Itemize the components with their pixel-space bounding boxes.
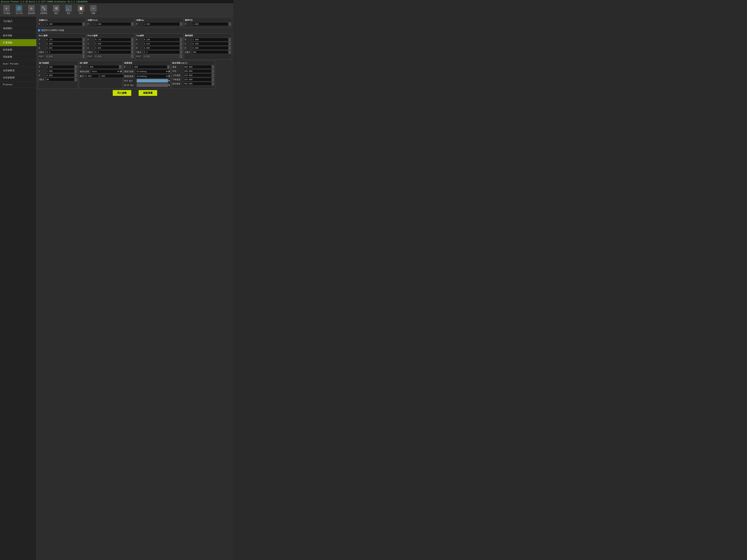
roll-rate-d-input[interactable]: [46, 46, 82, 50]
ch7-dropdown-icon[interactable]: ▼: [169, 70, 170, 73]
sidebar-item-advanced-params[interactable]: 高级参数: [0, 53, 36, 60]
ch8-dropdown-icon[interactable]: ▼: [169, 75, 170, 78]
pitch-rate-i-input[interactable]: [95, 42, 131, 46]
auto-pitch-p-input[interactable]: [95, 22, 131, 26]
preview-icon: 🖥: [53, 5, 59, 12]
roll-rate-i-up[interactable]: ▲: [83, 42, 85, 44]
yaw-rate-i-input[interactable]: [143, 42, 180, 46]
auto-roll-p-input[interactable]: [46, 22, 82, 26]
main-layout: 飞行模式 地理围栏 基本调参 扩展调参 标准参数 高级参数 User Param…: [0, 17, 233, 560]
auto-yaw-p-input[interactable]: [143, 22, 180, 26]
roll-rate-d-down[interactable]: ▼: [83, 48, 85, 50]
sidebar-item-flight-mode[interactable]: 飞行模式: [0, 18, 36, 25]
auto-yaw-p-label: P: [136, 23, 143, 25]
ch7-select[interactable]: Do Nothing: [135, 70, 169, 74]
auto-roll-p-up[interactable]: ▲: [83, 22, 85, 24]
donate-icon: ✂: [90, 5, 97, 12]
stop-pid-p-up[interactable]: ▲: [229, 22, 231, 24]
ch6-dropdown-icon[interactable]: ▼: [120, 70, 122, 73]
throttle-accel-d-input[interactable]: [46, 74, 75, 77]
stop-rate-p-input[interactable]: [192, 38, 229, 42]
sidebar-item-planner[interactable]: Planner: [0, 81, 36, 88]
stop-rate-i-input[interactable]: [192, 42, 229, 46]
yaw-rate-imax-input[interactable]: [143, 50, 180, 54]
roll-rate-panel: Roll速率 P ▲▼ I ▲▼ D: [38, 33, 86, 60]
pitch-rate-imax-input[interactable]: [95, 50, 131, 54]
nav-speed-input[interactable]: [183, 65, 212, 69]
rc9-input[interactable]: [136, 79, 168, 83]
roll-rate-filt-input[interactable]: [46, 54, 82, 58]
throttle-max-input[interactable]: [98, 74, 127, 78]
roll-rate-imax-up[interactable]: ▲: [83, 51, 85, 52]
roll-rate-p-up[interactable]: ▲: [83, 38, 85, 39]
roll-rate-title: Roll速率: [39, 34, 85, 37]
refresh-screen-button[interactable]: 刷新屏幕: [138, 90, 157, 96]
roll-rate-p-input[interactable]: [46, 38, 82, 42]
roll-rate-imax-down[interactable]: ▼: [83, 52, 85, 54]
toolbar-item-donate[interactable]: ✂ 捐赠: [88, 5, 99, 15]
stop-pid-p-down[interactable]: ▼: [229, 24, 231, 26]
throttle-accel-p-input[interactable]: [46, 65, 75, 69]
throttle-rate-p-input[interactable]: [87, 65, 119, 69]
throttle-accel-imax-input[interactable]: [46, 78, 75, 81]
auto-yaw-p-down[interactable]: ▼: [180, 24, 182, 26]
roll-rate-i-input[interactable]: [46, 42, 82, 46]
nav-climb-input[interactable]: [183, 74, 212, 77]
pitch-rate-filt-input[interactable]: [95, 54, 131, 58]
nav-panel: 航点导航(cm/s) 速度 ▲▼ 半径 ▲▼ 上升速度: [172, 61, 215, 88]
roll-rate-imax-input[interactable]: [46, 50, 82, 54]
auto-pitch-p-row: P ▲ ▼: [87, 22, 134, 26]
toolbar-item-preview[interactable]: 🖥 预览: [51, 5, 61, 15]
toolbar-item-flight-plan[interactable]: 🌐 飞行计划: [14, 5, 24, 15]
nav-radius-input[interactable]: [183, 69, 212, 73]
nav-loiter-input[interactable]: [183, 82, 212, 85]
toolbar-item-type[interactable]: 📋 型式: [76, 5, 86, 15]
auto-pitch-p-up[interactable]: ▲: [131, 22, 133, 24]
sidebar-item-basic-tuning[interactable]: 基本调参: [0, 32, 36, 39]
roll-rate-i-down[interactable]: ▼: [83, 44, 85, 45]
throttle-accel-i-input[interactable]: [46, 69, 75, 73]
alt-hold-title: 高度保持: [124, 62, 170, 64]
toolbar-item-config-tuning[interactable]: 🔧 记重调优: [38, 5, 49, 15]
toolbar: ✈ 飞行数据 🌐 飞行计划 ⚙ 初始设置 🔧 记重调优 🖥 预览 📺 姿态 📋 …: [0, 3, 233, 17]
sidebar-item-standard-params[interactable]: 标准参数: [0, 46, 36, 53]
yaw-rate-p-input[interactable]: [143, 38, 180, 42]
yaw-rate-filt-input[interactable]: [143, 54, 180, 58]
rc9-row: RC9 Opt ▼: [124, 79, 170, 83]
roll-rate-filt-up[interactable]: ▲: [83, 55, 85, 56]
toolbar-item-attitude[interactable]: 📺 姿态: [63, 5, 74, 15]
ch6-select[interactable]: None: [91, 70, 120, 74]
roll-rate-p-down[interactable]: ▼: [83, 39, 85, 41]
roll-rate-d-up[interactable]: ▲: [83, 46, 85, 48]
ch8-select[interactable]: Do Nothing: [135, 74, 169, 78]
auto-roll-p-down[interactable]: ▼: [83, 24, 85, 26]
pitch-rate-title: Pitch速率: [87, 34, 134, 37]
toolbar-item-flight-data[interactable]: ✈ 飞行数据: [1, 5, 12, 15]
stop-rate-d-input[interactable]: [192, 46, 229, 50]
nav-descend-input[interactable]: [183, 78, 212, 81]
toolbar-item-initial-setup[interactable]: ⚙ 初始设置: [26, 5, 36, 15]
rc10-row: RC10 Opt ▼: [124, 83, 170, 87]
stop-rate-imax-input[interactable]: [192, 50, 229, 54]
pitch-rate-p-input[interactable]: [95, 38, 131, 42]
sidebar-item-user-params[interactable]: User Params: [0, 60, 36, 67]
write-params-button[interactable]: 写入参数: [113, 90, 131, 96]
auto-yaw-p-up[interactable]: ▲: [180, 22, 182, 24]
auto-roll-p-spinner: ▲ ▼: [82, 22, 85, 26]
sidebar-item-all-params-table[interactable]: 全部参数表: [0, 67, 36, 74]
sidebar-item-geo-fence[interactable]: 地理围栏: [0, 25, 36, 32]
sidebar-item-all-params-tree[interactable]: 全部参数树: [0, 74, 36, 81]
pitch-rate-d-input[interactable]: [95, 46, 131, 50]
rc10-dropdown-icon[interactable]: ▼: [169, 84, 170, 86]
sidebar-item-extended-tuning[interactable]: 扩展调参: [0, 39, 36, 46]
auto-pitch-p-down[interactable]: ▼: [131, 24, 133, 26]
lock-pitch-roll-checkbox[interactable]: [38, 29, 40, 31]
yaw-rate-d-input[interactable]: [143, 46, 180, 50]
rc10-input[interactable]: [136, 83, 168, 87]
alt-hold-p-input[interactable]: [131, 65, 167, 69]
stop-pid-p-input[interactable]: [192, 22, 229, 26]
sidebar: 飞行模式 地理围栏 基本调参 扩展调参 标准参数 高级参数 User Param…: [0, 17, 36, 560]
roll-rate-filt-down[interactable]: ▼: [83, 56, 85, 58]
lock-pitch-roll-label: 锁定Pitch和Roll的值: [42, 29, 64, 32]
rc9-dropdown-icon[interactable]: ▼: [169, 79, 170, 82]
